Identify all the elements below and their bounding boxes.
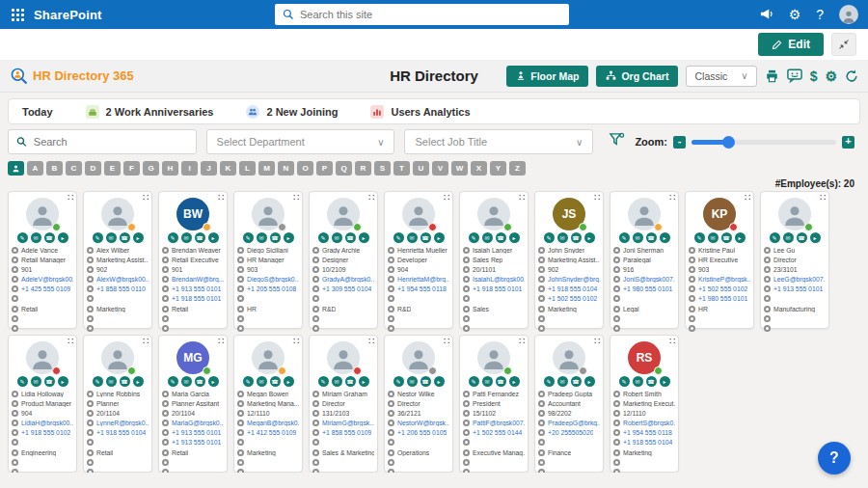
job-title-select[interactable]: Select Job Title∨ (404, 129, 593, 154)
refresh-icon[interactable] (845, 69, 858, 83)
employee-email-link[interactable]: AdeleV@brgsk00... (21, 276, 73, 283)
alphabet-button-C[interactable]: C (66, 161, 82, 176)
employee-card[interactable]: ∷ ✎ ✉ ☎ ▸ Pradeep Gupta Accountant 98/22… (534, 335, 604, 473)
email-action-icon[interactable]: ✉ (257, 376, 267, 387)
call-icon[interactable]: ☎ (721, 232, 732, 243)
employee-email-link[interactable]: MariaG@brgsk0... (172, 420, 224, 426)
employee-card[interactable]: ∷ ✎ ✉ ☎ ▸ Diego Siciliani HR Manager 903… (233, 191, 303, 329)
sharepoint-brand[interactable]: SharePoint (34, 8, 102, 22)
employee-phone-link[interactable]: +1 412 555 0109 (247, 429, 296, 436)
alphabet-button-R[interactable]: R (355, 161, 371, 176)
call-icon[interactable]: ☎ (195, 376, 205, 387)
zoom-slider[interactable] (692, 140, 836, 145)
alphabet-button-V[interactable]: V (432, 161, 448, 176)
video-icon[interactable]: ▸ (584, 376, 595, 387)
alphabet-button-J[interactable]: J (201, 161, 217, 176)
employee-mobile-link[interactable]: +1 980 555 0101 (698, 295, 747, 302)
new-joining-tab[interactable]: 2 New Joining (246, 105, 338, 119)
employee-email-link[interactable]: LidiaH@brgsk00... (21, 420, 73, 426)
call-icon[interactable]: ☎ (120, 376, 130, 387)
employee-card[interactable]: ∷ ✎ ✉ ☎ ▸ Lidia Holloway Product Manager… (8, 335, 77, 473)
call-icon[interactable]: ☎ (270, 376, 281, 387)
waffle-icon[interactable] (12, 9, 24, 21)
video-icon[interactable]: ▸ (58, 376, 68, 387)
alphabet-button-O[interactable]: O (297, 161, 313, 176)
drag-handle-icon[interactable]: ∷ (143, 337, 149, 346)
chat-icon[interactable]: ✎ (770, 232, 780, 243)
employee-mobile-link[interactable]: +1 913 555 0101 (172, 439, 221, 446)
video-icon[interactable]: ▸ (359, 376, 369, 387)
drag-handle-icon[interactable]: ∷ (444, 337, 449, 346)
alphabet-button-A[interactable]: A (27, 161, 43, 176)
alphabet-button-D[interactable]: D (85, 161, 101, 176)
drag-handle-icon[interactable]: ∷ (669, 193, 675, 203)
email-action-icon[interactable]: ✉ (181, 376, 192, 387)
call-icon[interactable]: ☎ (571, 376, 582, 387)
drag-handle-icon[interactable]: ∷ (368, 337, 374, 346)
call-icon[interactable]: ☎ (44, 376, 55, 387)
chat-icon[interactable]: ✎ (17, 232, 28, 243)
chat-icon[interactable]: ✎ (168, 232, 178, 243)
megaphone-icon[interactable] (759, 8, 773, 22)
alphabet-button-W[interactable]: W (451, 161, 468, 176)
feedback-icon[interactable] (787, 68, 802, 83)
employee-phone-link[interactable]: +1 954 555 0118 (397, 285, 447, 292)
call-icon[interactable]: ☎ (496, 232, 506, 243)
call-icon[interactable]: ☎ (345, 376, 356, 387)
chat-icon[interactable]: ✎ (243, 376, 254, 387)
employee-phone-link[interactable]: +1 205 555 0108 (247, 285, 296, 292)
drag-handle-icon[interactable]: ∷ (519, 337, 525, 346)
employee-card[interactable]: ∷ ✎ ✉ ☎ ▸ Miriam Graham Director 131/210… (309, 335, 378, 473)
alphabet-button-L[interactable]: L (239, 161, 256, 176)
employee-email-link[interactable]: HenriettaM@brg... (397, 276, 449, 283)
email-action-icon[interactable]: ✉ (181, 232, 192, 243)
employee-email-link[interactable]: PattiF@brgsk007... (473, 420, 525, 426)
employee-email-link[interactable]: LeeG@brgsk007... (773, 276, 826, 283)
video-icon[interactable]: ▸ (58, 232, 68, 243)
site-search-input[interactable] (300, 9, 561, 20)
employee-phone-link[interactable]: +1 309 555 0104 (322, 285, 371, 292)
employee-email-link[interactable]: MiriamG@brgsk... (322, 420, 374, 426)
chat-icon[interactable]: ✎ (93, 376, 103, 387)
chat-icon[interactable]: ✎ (318, 376, 329, 387)
view-select[interactable]: Classic∨ (686, 66, 756, 87)
video-icon[interactable]: ▸ (208, 232, 219, 243)
employee-mobile-link[interactable]: +1 918 555 0104 (623, 439, 672, 446)
alphabet-button-K[interactable]: K (220, 161, 236, 176)
video-icon[interactable]: ▸ (359, 232, 369, 243)
email-action-icon[interactable]: ✉ (106, 376, 117, 387)
drag-handle-icon[interactable]: ∷ (368, 193, 374, 203)
alphabet-button-N[interactable]: N (278, 161, 294, 176)
drag-handle-icon[interactable]: ∷ (820, 193, 826, 203)
email-action-icon[interactable]: ✉ (557, 376, 568, 387)
employee-phone-link[interactable]: +1 918 555 0101 (473, 285, 522, 292)
drag-handle-icon[interactable]: ∷ (218, 193, 224, 203)
employee-card[interactable]: ∷ MG ✎ ✉ ☎ ▸ Maria Garcia Planner Assita… (158, 335, 228, 473)
drag-handle-icon[interactable]: ∷ (594, 193, 600, 203)
alphabet-button-X[interactable]: X (471, 161, 487, 176)
chat-icon[interactable]: ✎ (168, 376, 178, 387)
alphabet-button-Q[interactable]: Q (336, 161, 352, 176)
alphabet-button-H[interactable]: H (162, 161, 178, 176)
alphabet-button-Y[interactable]: Y (490, 161, 506, 176)
email-action-icon[interactable]: ✉ (106, 232, 117, 243)
employee-phone-link[interactable]: +1 206 555 0105 (397, 429, 447, 436)
email-action-icon[interactable]: ✉ (332, 376, 342, 387)
employee-card[interactable]: ∷ ✎ ✉ ☎ ▸ Henrietta Mueller Developer 90… (384, 191, 453, 329)
alphabet-button-Z[interactable]: Z (509, 161, 526, 176)
print-icon[interactable] (765, 69, 779, 83)
email-action-icon[interactable]: ✉ (783, 232, 794, 243)
email-action-icon[interactable]: ✉ (31, 376, 41, 387)
site-search-box[interactable] (275, 4, 569, 25)
employee-phone-link[interactable]: +1 980 555 0101 (623, 285, 672, 292)
employee-phone-link[interactable]: +1 502 555 0144 (473, 429, 522, 436)
employee-email-link[interactable]: RobertS@brgsk0... (623, 420, 675, 426)
email-action-icon[interactable]: ✉ (407, 376, 418, 387)
email-action-icon[interactable]: ✉ (482, 376, 493, 387)
call-icon[interactable]: ☎ (195, 232, 205, 243)
zoom-slider-handle[interactable] (722, 136, 735, 149)
call-icon[interactable]: ☎ (44, 232, 55, 243)
call-icon[interactable]: ☎ (646, 376, 657, 387)
employee-email-link[interactable]: DiegoS@brgsk0... (247, 276, 299, 283)
zoom-out-button[interactable]: - (673, 136, 686, 149)
